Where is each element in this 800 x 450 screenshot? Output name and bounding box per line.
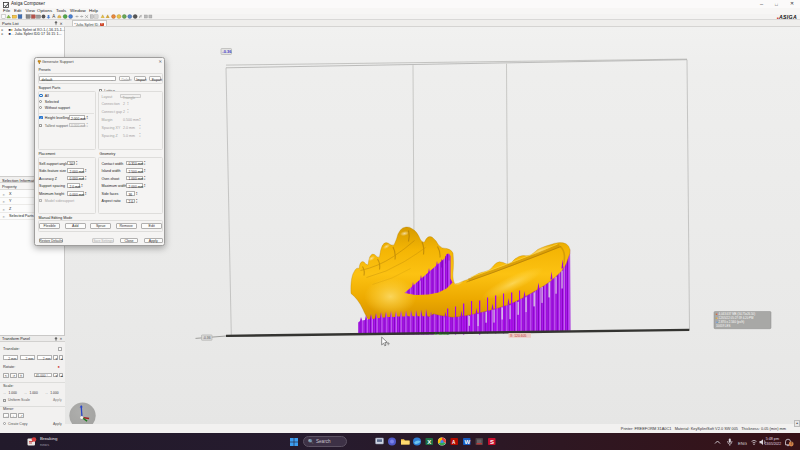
svg-text:A: A — [52, 14, 55, 19]
svg-text:10059 LES: 10059 LES — [716, 324, 730, 328]
svg-text:W: W — [465, 439, 471, 445]
svg-text:X: X — [427, 439, 431, 445]
svg-text:X: 60.000: X: 60.000 — [434, 332, 449, 336]
svg-text:ENG: ENG — [738, 441, 747, 446]
svg-text:7: 7 — [790, 442, 792, 446]
svg-text:X: 120.605: X: 120.605 — [510, 333, 527, 337]
svg-text:-0.36: -0.36 — [202, 335, 210, 339]
svg-text:S: S — [490, 439, 494, 445]
svg-text:-0.36: -0.36 — [222, 49, 232, 54]
